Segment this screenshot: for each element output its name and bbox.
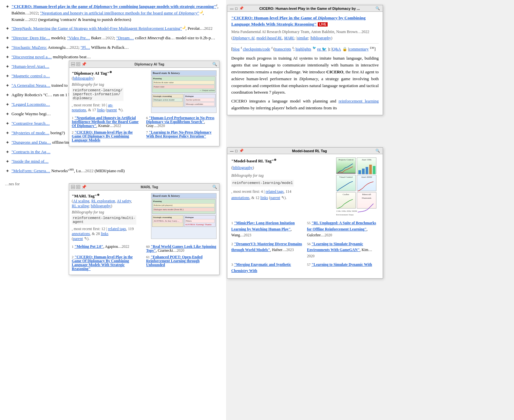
minimize-button[interactable]: — — [230, 149, 234, 153]
close-button[interactable]: 🔍 — [212, 62, 217, 66]
paper-link[interactable]: "Dungeons and Data… — [11, 140, 51, 145]
mini-chart-3: Visual Control — [336, 175, 356, 191]
parent-link[interactable]: parent — [107, 108, 117, 112]
transcripts-link[interactable]: transcripts — [275, 47, 291, 51]
paper-link[interactable]: "Negotiation and Honesty in Artificial I… — [72, 116, 139, 128]
paper-link[interactable]: "MeloForm: Genera… — [11, 168, 50, 173]
paper-link[interactable]: "Learning to Play No-Press Diplomacy Wit… — [146, 130, 212, 138]
close-button[interactable]: 🔍 — [375, 149, 380, 153]
links-link[interactable]: links — [260, 195, 268, 200]
paper-list: 1 "Melting Pot 2.0", Agapiou…2022 60 "Re… — [72, 245, 217, 272]
marl-link[interactable]: MARL — [284, 36, 294, 40]
rl-scaling-link[interactable]: RL scaling — [72, 204, 89, 208]
pin-button[interactable]: 📌 — [239, 6, 244, 10]
bibliography-link[interactable]: bibliography — [311, 36, 331, 40]
paper-entry: 6 "Human-Level Performance in No-Press D… — [146, 116, 217, 128]
checkpoints-link[interactable]: checkpoints/code — [243, 47, 270, 51]
list-item: ✦ "Contracts in the Ag… — [5, 149, 221, 155]
paper-link[interactable]: "Learning to Simulate Dynamic With — [312, 263, 372, 266]
eg-link[interactable]: eg 🐦 — [317, 47, 327, 51]
paper-link[interactable]: "Pl… — [81, 45, 90, 50]
pin-button[interactable]: 📌 — [239, 149, 244, 153]
list-item: ✦ "CICERO: Human-level play in the game … — [5, 3, 221, 23]
similar-link[interactable]: similar — [297, 36, 308, 40]
panel-title: Model-based RL Tag — [245, 149, 374, 153]
bibliography-link[interactable]: bibliography — [91, 204, 111, 208]
bullet-icon: ✦ — [6, 168, 10, 174]
paper-link[interactable]: "CICERO: Human-level Play in the Game Of… — [72, 130, 133, 142]
paper-link[interactable]: "MimicPlay: Long-Horizon Imitation Learn… — [231, 221, 295, 231]
maximize-button[interactable]: □ — [235, 149, 238, 153]
reinforcement-learning-link[interactable]: reinforcement learning — [338, 99, 379, 103]
paper-link[interactable]: "Dream… — [116, 35, 134, 40]
paper-link[interactable]: "DeepNash: Mastering the Game of Strateg… — [11, 26, 182, 31]
paper-link[interactable]: "Mysteries of mode… — [11, 130, 49, 135]
parent-link[interactable]: parent — [270, 195, 280, 200]
paper-link[interactable]: "Inside the mind of… — [11, 159, 48, 164]
paper-link[interactable]: "Contracts in the Ag… — [11, 149, 50, 154]
minimize-button[interactable]: — — [71, 185, 75, 189]
panel-authors: Meta Fundamental AI Research Diplomacy T… — [231, 29, 379, 41]
paper-link[interactable]: "Melting Pot 2.0" — [74, 245, 103, 248]
list-item: ✦ "MeloForm: Genera… Networks"MS, Lu…202… — [5, 168, 221, 174]
related-tags-link[interactable]: related tags — [108, 227, 126, 231]
bullet-icon: ✦ — [6, 73, 10, 80]
tag-bibliography: (bibliography) — [72, 76, 148, 81]
annotations-link[interactable]: annotations — [231, 195, 249, 200]
ai-scaling-link[interactable]: AI scaling — [73, 199, 89, 203]
paper-link[interactable]: "Human-level Atari… — [11, 64, 49, 69]
diplomacy-ai-link[interactable]: Diplomacy AI — [233, 36, 255, 40]
rl-exploration-link[interactable]: RL exploration — [91, 199, 115, 203]
close-button[interactable]: 🔍 — [212, 185, 217, 189]
list-item: ✦ "DeepNash: Mastering the Game of Strat… — [5, 25, 221, 32]
maximize-button[interactable]: □ — [76, 62, 80, 66]
commentary-link[interactable]: commentary — [349, 47, 369, 51]
paper-link[interactable]: "Legged Locomotio… — [11, 102, 50, 107]
bibliography-link[interactable]: bibliography — [73, 76, 93, 81]
minimize-button[interactable]: — — [230, 7, 234, 10]
ai-safety-link[interactable]: AI safety — [117, 199, 131, 203]
paper-entry: 7 "Learning to Play No-Press Diplomacy W… — [146, 130, 217, 142]
panel-body: Projects Control Atari 100k — [227, 154, 383, 278]
paper-title-link[interactable]: "CICERO: Human-level Play in the Game of… — [231, 15, 366, 27]
paper-link[interactable]: "CICERO: Human-level Play in the Game Of… — [72, 255, 133, 271]
paper-link[interactable]: "CICERO: Human-level play in the game of… — [11, 4, 216, 9]
paper-link[interactable]: "Stochastic MuZero: — [11, 45, 47, 50]
diplomacy-diagram: Board state & history Planning Policies … — [151, 70, 217, 113]
bibliography-link[interactable]: bibliography — [233, 165, 253, 170]
paper-entry: 60 "Real World Games Look Like Spinning … — [146, 245, 217, 252]
paper-entry: 61 "Enhanced POET: Open-Ended Reinforcem… — [146, 255, 217, 271]
parent-link[interactable]: parent — [73, 236, 83, 241]
links-link[interactable]: links — [101, 231, 108, 236]
blog-link[interactable]: blog — [233, 47, 239, 51]
close-button[interactable]: 🔍 — [375, 6, 380, 10]
paper-link[interactable]: "Magnetic control o… — [11, 73, 50, 78]
minimize-button[interactable]: — — [71, 62, 75, 66]
paper-link[interactable]: "RL Unplugged: A Suite of Benchmarks for… — [307, 221, 376, 231]
diplomacy-tag-popup: — □ 📌 Diplomacy AI Tag 🔍 "Diplomacy AI T… — [69, 61, 219, 146]
links-link[interactable]: links — [97, 108, 105, 112]
highlights-link[interactable]: highlights — [295, 47, 311, 51]
pin-button[interactable]: 📌 — [82, 62, 86, 66]
maximize-button[interactable]: □ — [76, 185, 80, 189]
related-tags-link[interactable]: related tags — [266, 189, 284, 194]
annotations-link[interactable]: annotations — [72, 231, 90, 236]
paper-link[interactable]: "Merging Enzymatic and Synthetic Chemist… — [231, 263, 291, 273]
bullet-icon: ✦ — [6, 63, 10, 70]
paper-link[interactable]: "Contrastive Search… — [11, 121, 50, 126]
popup-header: — □ 📌 MARL Tag 🔍 — [69, 184, 219, 191]
paper-link[interactable]: "Discovering novel a… — [11, 54, 52, 59]
qa-link[interactable]: Q&A — [332, 47, 341, 51]
paper-link[interactable]: "Human-Level Performance in No-Press Dip… — [146, 116, 214, 124]
paper-link[interactable]: "Enhanced POET: Open-Ended Reinforcement… — [146, 255, 202, 267]
paper-link[interactable]: "Negotiation and honesty in artificial i… — [40, 10, 199, 15]
pin-button[interactable]: 📌 — [82, 185, 86, 189]
paper-link[interactable]: "Learning to Simulate Dynamic Environmen… — [307, 242, 363, 252]
panel-abstract: Despite much progress in training AI sys… — [231, 55, 379, 96]
paper-entry: 1 "MimicPlay: Long-Horizon Imitation Lea… — [231, 220, 303, 238]
paper-link[interactable]: "A Generalist Neura… — [11, 83, 50, 88]
paper-link[interactable]: "Video Pre… — [67, 35, 90, 40]
paper-link[interactable]: "Director: Deep Hie… — [11, 35, 50, 40]
model-based-rl-link[interactable]: model-based RL — [257, 36, 282, 40]
maximize-button[interactable]: □ — [235, 7, 238, 10]
